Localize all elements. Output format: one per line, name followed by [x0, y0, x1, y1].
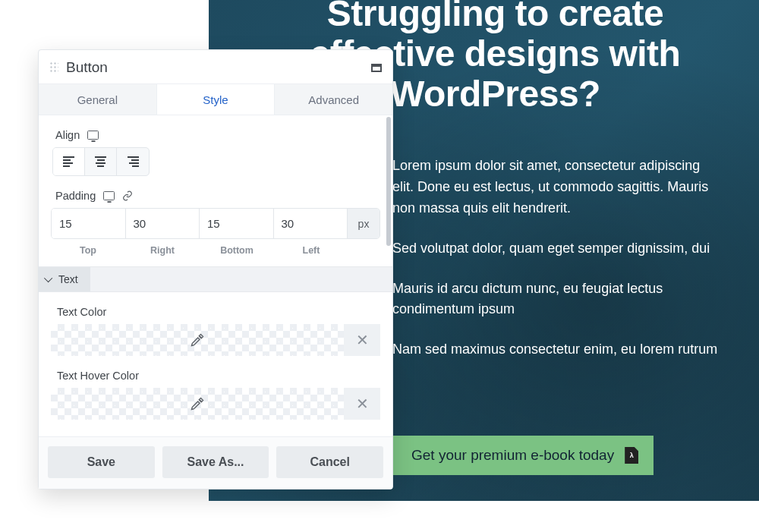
padding-label-row: Padding: [51, 190, 380, 202]
text-color-clear-button[interactable]: ✕: [344, 324, 380, 356]
hero-bullet-3: Nam sed maximus consectetur enim, eu lor…: [392, 339, 721, 360]
align-label: Align: [55, 129, 80, 141]
hero-body: Lorem ipsum dolor sit amet, consectetur …: [392, 156, 721, 379]
align-right-button[interactable]: [117, 148, 149, 175]
align-right-icon: [128, 156, 139, 167]
drag-handle-icon[interactable]: [49, 61, 58, 74]
link-values-icon[interactable]: [122, 190, 133, 201]
hero-paragraph: Lorem ipsum dolor sit amet, consectetur …: [392, 156, 721, 219]
padding-unit-select[interactable]: px: [348, 209, 380, 238]
padding-left-input[interactable]: [274, 209, 348, 238]
eyedropper-icon: [191, 333, 204, 347]
cta-label: Get your premium e-book today: [411, 447, 614, 464]
align-left-icon: [63, 156, 74, 167]
responsive-icon[interactable]: [87, 131, 99, 140]
tab-style[interactable]: Style: [156, 84, 276, 115]
panel-header[interactable]: Button: [39, 50, 392, 84]
padding-sublabels: Top Right Bottom Left: [51, 245, 380, 256]
align-center-button[interactable]: [85, 148, 117, 175]
align-buttons: [52, 147, 150, 176]
cta-button[interactable]: Get your premium e-book today λ: [392, 436, 653, 475]
save-as-button[interactable]: Save As...: [162, 446, 269, 478]
tab-general[interactable]: General: [39, 84, 156, 115]
label-top: Top: [51, 245, 125, 256]
editor-panel: Button General Style Advanced Align: [38, 49, 393, 490]
padding-inputs: px: [51, 208, 380, 239]
tab-advanced[interactable]: Advanced: [275, 84, 392, 115]
padding-right-input[interactable]: [126, 209, 200, 238]
save-button[interactable]: Save: [48, 446, 155, 478]
responsive-icon[interactable]: [103, 191, 115, 200]
text-color-row: ✕: [51, 324, 380, 356]
text-color-label: Text Color: [51, 292, 380, 324]
panel-footer: Save Save As... Cancel: [39, 436, 392, 489]
align-left-button[interactable]: [53, 148, 85, 175]
label-right: Right: [125, 245, 200, 256]
panel-title: Button: [66, 59, 108, 76]
padding-bottom-input[interactable]: [200, 209, 274, 238]
text-hover-color-row: ✕: [51, 388, 380, 420]
hero-bullet-2: Mauris id arcu dictum nunc, eu feugiat l…: [392, 279, 721, 321]
panel-body: Align Padding: [39, 115, 392, 436]
hero-bullet-1: Sed volutpat dolor, quam eget semper dig…: [392, 238, 721, 260]
text-color-picker[interactable]: [51, 324, 344, 356]
padding-top-input[interactable]: [52, 209, 126, 238]
scrollbar[interactable]: [386, 117, 391, 246]
text-hover-color-label: Text Hover Color: [51, 356, 380, 388]
section-text[interactable]: Text: [39, 266, 392, 292]
chevron-down-icon: [44, 274, 52, 282]
padding-label: Padding: [55, 190, 96, 202]
align-center-icon: [95, 156, 106, 167]
tabs: General Style Advanced: [39, 84, 392, 115]
text-hover-color-picker[interactable]: [51, 388, 344, 420]
cancel-button[interactable]: Cancel: [276, 446, 383, 478]
section-text-label: Text: [58, 273, 78, 285]
eyedropper-icon: [191, 397, 204, 411]
label-bottom: Bottom: [200, 245, 274, 256]
window-restore-icon[interactable]: [371, 64, 382, 72]
label-left: Left: [274, 245, 348, 256]
pdf-icon: λ: [625, 447, 638, 464]
text-hover-color-clear-button[interactable]: ✕: [344, 388, 380, 420]
align-label-row: Align: [51, 129, 380, 141]
